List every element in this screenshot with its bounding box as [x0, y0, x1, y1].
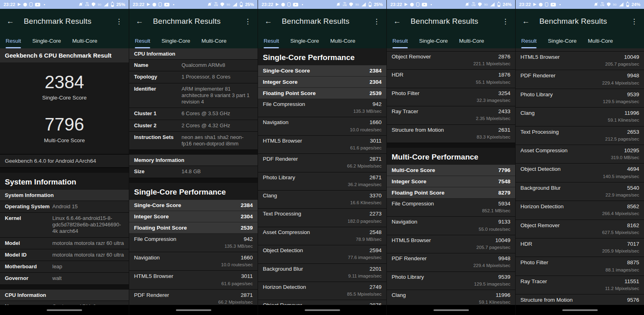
results-scroll-area[interactable]: CPU InformationNameQualcomm ARMv8Topolog… [129, 48, 258, 305]
row-value: 2653 [627, 129, 639, 135]
row-label: Background Blur [520, 185, 561, 191]
row-label: Horizon Detection [263, 284, 306, 290]
score-value: 7796 [0, 114, 129, 134]
tab-single-core[interactable]: Single-Core [32, 38, 61, 48]
kebab-menu-icon[interactable]: ⋮ [372, 17, 381, 26]
battery-percent: 25% [245, 2, 254, 7]
results-scroll-area[interactable]: Geekbench 6 CPU Benchmark Result2384Sing… [0, 48, 129, 305]
row-value: 2201 [369, 266, 382, 272]
row-label: Model ID [5, 252, 52, 258]
benchmark-row: HTML5 Browser301161.6 pages/sec [258, 136, 386, 154]
kebab-menu-icon[interactable]: ⋮ [115, 17, 123, 26]
row-label: Integer Score [134, 213, 169, 220]
row-label: Integer Score [392, 178, 426, 184]
row-value: motorola motorola razr 60 ultra [52, 252, 124, 258]
tab-result[interactable]: Result [521, 38, 537, 48]
row-value: 7796 [498, 167, 510, 173]
back-arrow-icon[interactable]: ← [522, 17, 530, 26]
row-value: 9948 [498, 255, 510, 262]
tab-multi-core[interactable]: Multi-Core [330, 38, 355, 48]
row-value: 2433 [498, 108, 510, 115]
score-row: Integer Score7548 [387, 176, 515, 187]
back-arrow-icon[interactable]: ← [393, 17, 401, 26]
benchmark-row: HDR187655.1 Mpixels/sec [387, 70, 515, 88]
benchmark-row: Object Detection259477.6 images/sec [258, 245, 386, 263]
row-unit: 2.35 Mpixels/sec [392, 116, 510, 121]
gesture-pill[interactable] [562, 309, 598, 311]
back-arrow-icon[interactable]: ← [6, 17, 14, 26]
signal-icon [233, 2, 237, 6]
kebab-menu-icon[interactable]: ⋮ [244, 17, 252, 26]
benchmark-line: Structure from Motion2631 [392, 127, 510, 133]
tab-result[interactable]: Result [135, 38, 150, 48]
benchmark-row: Text Processing2653212.5 pages/sec [516, 126, 644, 145]
section-heading: Multi-Core Performance [387, 148, 515, 165]
row-label: PDF Renderer [134, 292, 169, 298]
row-value: 2384 [241, 202, 253, 208]
row-value: 9576 [627, 297, 639, 303]
row-value: 3254 [498, 90, 510, 97]
app-header: ← Benchmark Results ⋮ [0, 9, 129, 31]
benchmark-row: HDR7017205.9 Mpixels/sec [516, 238, 644, 257]
back-arrow-icon[interactable]: ← [136, 17, 143, 26]
tab-bar: ResultSingle-CoreMulti-Core [387, 31, 515, 48]
gesture-pill[interactable] [176, 309, 211, 311]
results-scroll-area[interactable]: Single-Core PerformanceSingle-Core Score… [258, 48, 386, 305]
status-left-icons: 23:22 [133, 2, 174, 7]
row-unit: 129.5 images/sec [520, 99, 639, 104]
status-time: 23:22 [390, 2, 402, 7]
row-unit: 229.4 Mpixels/sec [520, 81, 639, 86]
row-label: File Compression [263, 101, 305, 108]
benchmark-row: Navigation166010.0 routes/sec [258, 117, 386, 135]
status-bar: 23:22 VoLTE 5G 24% [516, 0, 644, 9]
row-label: Photo Library [392, 274, 424, 280]
row-label: Topology [134, 74, 182, 80]
row-unit: 85.5 Mpixels/sec [263, 292, 382, 297]
tab-result[interactable]: Result [264, 38, 279, 48]
tab-multi-core[interactable]: Multi-Core [588, 38, 613, 48]
row-value: 3011 [370, 138, 382, 144]
benchmark-line: Ray Tracer11551 [520, 278, 639, 285]
gesture-pill[interactable] [433, 309, 469, 311]
tab-multi-core[interactable]: Multi-Core [72, 38, 97, 48]
kebab-menu-icon[interactable]: ⋮ [630, 17, 638, 26]
kebab-menu-icon[interactable]: ⋮ [501, 17, 510, 26]
tab-result[interactable]: Result [392, 38, 408, 48]
benchmark-line: Photo Library9539 [520, 91, 639, 98]
row-unit: 59.1 Klines/sec [392, 300, 510, 305]
tab-multi-core[interactable]: Multi-Core [202, 38, 227, 48]
tab-single-core[interactable]: Single-Core [161, 38, 190, 48]
row-unit: 55.0 routes/sec [392, 227, 510, 232]
info-row: Governorwalt [0, 273, 129, 284]
row-value: 4694 [627, 166, 639, 172]
row-value: 8562 [627, 203, 639, 210]
page-title: Benchmark Results [411, 17, 501, 26]
row-value: 10049 [495, 237, 510, 244]
row-label: Ray Tracer [392, 108, 418, 115]
tab-multi-core[interactable]: Multi-Core [459, 38, 484, 48]
battery-icon [369, 2, 372, 7]
tab-single-core[interactable]: Single-Core [290, 38, 319, 48]
row-label: Photo Library [520, 91, 553, 98]
benchmark-row: PDF Renderer9948229.4 Mpixels/sec [387, 253, 515, 271]
info-row: IdentifierARM implementer 81 architectur… [129, 83, 258, 108]
phone-screen-5: 23:22 VoLTE 5G 24% ← Benchmark Results ⋮ [515, 0, 644, 315]
signal-icon [361, 2, 366, 6]
row-value: Linux 6.6.46-android15-8-gdc5d78f28e6b-a… [52, 215, 124, 235]
youtube-icon [35, 3, 40, 6]
results-scroll-area[interactable]: Object Remover2876221.1 Mpixels/secHDR18… [387, 48, 515, 305]
tab-result[interactable]: Result [6, 38, 21, 48]
back-arrow-icon[interactable]: ← [264, 17, 272, 26]
results-scroll-area[interactable]: HTML5 Browser10049205.7 pages/secPDF Ren… [516, 48, 644, 305]
info-row: Motherboardleap [0, 261, 129, 273]
tab-single-core[interactable]: Single-Core [419, 38, 448, 48]
row-unit: 852.1 MB/sec [392, 208, 510, 213]
shield-icon [478, 2, 482, 6]
benchmark-line: Background Blur2201 [263, 266, 382, 272]
tab-single-core[interactable]: Single-Core [548, 38, 576, 48]
gesture-pill[interactable] [305, 309, 340, 311]
gesture-pill[interactable] [47, 309, 82, 311]
row-value: 2548 [369, 229, 382, 236]
row-label: Photo Library [263, 174, 295, 181]
section-heading: Single-Core Performance [129, 183, 258, 200]
